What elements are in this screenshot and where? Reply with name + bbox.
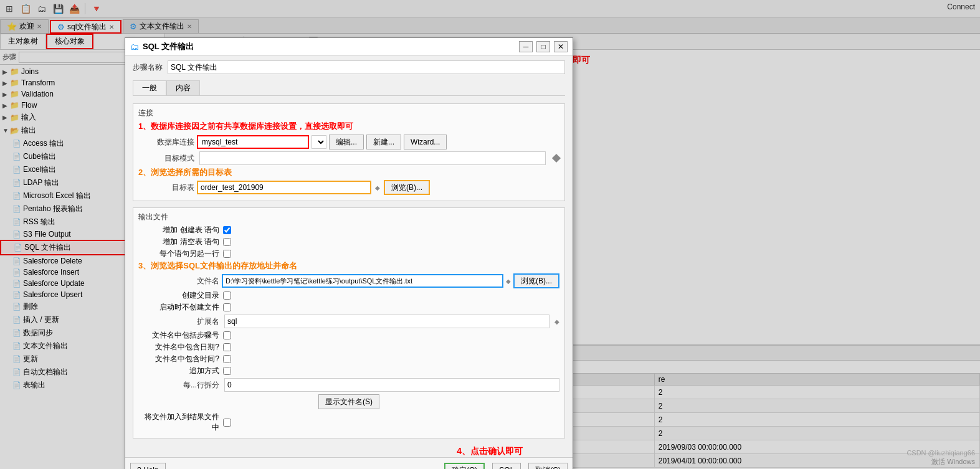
dialog-annotation-2: 2、浏览选择所需的目标表 — [138, 167, 559, 178]
section-connect-title: 连接 — [138, 108, 559, 118]
btn-browse-file[interactable]: 浏览(B)... — [513, 273, 559, 288]
target-mode-row: 目标模式 — [138, 151, 559, 165]
btn-ok[interactable]: 确定(O) — [444, 463, 485, 469]
dialog-titlebar: 🗂 SQL 文件输出 ─ □ ✕ — [125, 38, 573, 55]
truncate-table-row: 增加 清空表 语句 — [138, 237, 559, 247]
filename-row: 文件名 ◆ 浏览(B)... — [138, 273, 559, 288]
dialog-backdrop: 🗂 SQL 文件输出 ─ □ ✕ 步骤名称 一般 内容 — [0, 0, 980, 469]
dialog-annotation-4: 4、点击确认即可 — [125, 446, 573, 457]
include-date-check[interactable] — [223, 343, 231, 351]
split-label: 每...行拆分 — [138, 380, 219, 391]
create-parent-check[interactable] — [223, 291, 231, 300]
extension-label: 扩展名 — [138, 316, 219, 327]
filename-diamond: ◆ — [506, 278, 511, 285]
target-mode-diamond — [552, 154, 561, 163]
split-row: 每...行拆分 — [138, 378, 559, 392]
add-result-row: 将文件加入到结果文件中 — [138, 412, 559, 433]
btn-help[interactable]: ? Help — [130, 463, 166, 469]
dialog-minimize[interactable]: ─ — [519, 41, 533, 52]
dialog-close[interactable]: ✕ — [554, 41, 568, 52]
truncate-table-label: 增加 清空表 语句 — [138, 237, 219, 247]
include-time-row: 文件名中包含时间? — [138, 354, 559, 364]
btn-wizard[interactable]: Wizard... — [404, 135, 447, 149]
dialog-tab-general[interactable]: 一般 — [133, 80, 166, 95]
dialog: 🗂 SQL 文件输出 ─ □ ✕ 步骤名称 一般 内容 — [125, 37, 573, 469]
dialog-title-text: SQL 文件输出 — [143, 41, 515, 52]
dialog-maximize[interactable]: □ — [536, 41, 550, 52]
target-table-row: 目标表 ◆ 浏览(B)... — [138, 180, 559, 195]
btn-sql[interactable]: SQL — [492, 463, 521, 469]
btn-cancel[interactable]: 取消(C) — [528, 463, 568, 469]
no-create-check[interactable] — [223, 303, 231, 311]
include-date-row: 文件名中包含日期? — [138, 342, 559, 353]
extension-input[interactable] — [224, 315, 549, 328]
create-table-label: 增加 创建表 语句 — [138, 225, 219, 235]
no-create-row: 启动时不创建文件 — [138, 302, 559, 313]
target-table-input[interactable] — [197, 181, 371, 194]
btn-new[interactable]: 新建... — [366, 135, 401, 149]
target-mode-label: 目标模式 — [138, 153, 194, 164]
filename-input[interactable] — [222, 274, 503, 288]
btn-edit[interactable]: 编辑... — [329, 135, 364, 149]
add-result-label: 将文件加入到结果文件中 — [138, 412, 219, 433]
include-step-label: 文件名中包括步骤号 — [138, 330, 219, 341]
dialog-tabs: 一般 内容 — [133, 80, 565, 96]
add-result-check[interactable] — [223, 419, 231, 427]
include-time-check[interactable] — [223, 355, 231, 363]
dialog-annotation-1: 1、数据库连接因之前有共享数据库连接设置，直接选取即可 — [138, 121, 559, 132]
truncate-table-check[interactable] — [223, 238, 231, 246]
include-date-label: 文件名中包含日期? — [138, 342, 219, 353]
dialog-tab-content[interactable]: 内容 — [166, 80, 200, 95]
db-conn-label: 数据库连接 — [138, 137, 194, 148]
dialog-title-icon: 🗂 — [130, 42, 139, 52]
append-label: 追加方式 — [138, 366, 219, 376]
section-output: 输出文件 增加 创建表 语句 增加 清空表 语句 每个语句另起一行 — [133, 207, 565, 438]
target-table-label: 目标表 — [138, 182, 194, 193]
create-parent-row: 创建父目录 — [138, 290, 559, 301]
extension-row: 扩展名 ◆ — [138, 315, 559, 328]
dialog-annotation-3: 3、浏览选择SQL文件输出的存放地址并命名 — [138, 260, 559, 272]
append-check[interactable] — [223, 367, 231, 375]
include-step-row: 文件名中包括步骤号 — [138, 330, 559, 341]
include-step-check[interactable] — [223, 331, 231, 339]
btn-show-filename[interactable]: 显示文件名(S) — [318, 394, 379, 409]
filename-label: 文件名 — [138, 276, 219, 287]
create-parent-label: 创建父目录 — [138, 290, 219, 301]
each-row-label: 每个语句另起一行 — [138, 249, 219, 259]
section-output-title: 输出文件 — [138, 212, 559, 222]
target-table-diamond: ◆ — [375, 184, 380, 191]
show-filename-row: 显示文件名(S) — [138, 394, 559, 409]
create-table-check[interactable] — [223, 226, 231, 234]
no-create-label: 启动时不创建文件 — [138, 302, 219, 313]
db-conn-select[interactable]: ▼ — [312, 135, 326, 149]
target-mode-input[interactable] — [199, 151, 546, 165]
each-row-row: 每个语句另起一行 — [138, 249, 559, 259]
each-row-check[interactable] — [223, 250, 231, 258]
db-conn-row: 数据库连接 ▼ 编辑... 新建... Wizard... — [138, 135, 559, 149]
dialog-footer: ? Help 确定(O) SQL 取消(C) — [125, 457, 573, 469]
append-row: 追加方式 — [138, 366, 559, 376]
step-name-input[interactable] — [168, 60, 565, 74]
dialog-body: 步骤名称 一般 内容 连接 1、数据库连接因之前有共享数据库连接设置，直接选取即… — [125, 55, 573, 446]
step-name-row: 步骤名称 — [133, 60, 565, 74]
split-input[interactable] — [224, 378, 559, 392]
extension-diamond: ◆ — [554, 318, 559, 325]
step-name-label: 步骤名称 — [133, 62, 163, 73]
btn-browse-table[interactable]: 浏览(B)... — [384, 180, 430, 195]
db-conn-input[interactable] — [197, 135, 309, 149]
include-time-label: 文件名中包含时间? — [138, 354, 219, 364]
dialog-tab-content-label: 内容 — [176, 83, 191, 92]
create-table-row: 增加 创建表 语句 — [138, 225, 559, 235]
dialog-tab-general-label: 一般 — [142, 83, 157, 92]
section-connect: 连接 1、数据库连接因之前有共享数据库连接设置，直接选取即可 数据库连接 ▼ 编… — [133, 103, 565, 201]
